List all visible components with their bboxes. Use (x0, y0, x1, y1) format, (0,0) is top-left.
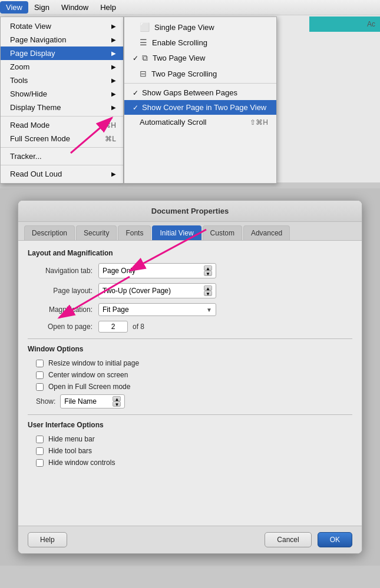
menu-item-display-theme[interactable]: Display Theme ▶ (1, 101, 123, 114)
dialog-action-buttons: Cancel OK (265, 532, 352, 547)
show-value: File Name (64, 397, 97, 406)
checkbox-center-label: Center window on screen (48, 371, 128, 379)
magnification-control[interactable]: Fit Page ▼ (98, 303, 216, 316)
checkbox-resize-label: Resize window to initial page (48, 359, 139, 367)
menu-view[interactable]: View (0, 1, 28, 14)
section-layout-title: Layout and Magnification (28, 249, 352, 257)
spinner-up[interactable]: ▲ (204, 265, 212, 271)
menu-item-tracker[interactable]: Tracker... (1, 150, 123, 163)
nav-tab-spinner[interactable]: ▲ ▼ (204, 265, 212, 276)
nav-tab-label: Navigation tab: (28, 267, 98, 275)
open-to-page-label: Open to page: (28, 323, 98, 331)
show-select[interactable]: File Name ▲ ▼ (60, 394, 125, 408)
submenu-enable-scrolling[interactable]: ☰ Enable Scrolling (124, 35, 276, 50)
checkbox-center-input[interactable] (36, 371, 44, 379)
menu-item-page-display[interactable]: Page Display ▶ (1, 46, 123, 60)
page-layout-spinner[interactable]: ▲ ▼ (204, 285, 212, 296)
cover-check-icon: ✓ (133, 104, 138, 112)
menu-separator-1 (1, 116, 123, 117)
section-divider-1 (28, 338, 352, 339)
tab-custom[interactable]: Custom (203, 225, 242, 240)
ok-button[interactable]: OK (318, 532, 352, 547)
dialog-spacer (28, 470, 352, 517)
tab-initial-view[interactable]: Initial View (152, 225, 201, 240)
checkbox-hide-toolbar: Hide tool bars (36, 447, 352, 455)
checkbox-fullscreen-label: Open in Full Screen mode (48, 383, 130, 391)
menu-separator-2 (1, 147, 123, 148)
menu-item-rotate-view[interactable]: Rotate View ▶ (1, 19, 123, 33)
submenu-show-cover[interactable]: ✓ Show Cover Page in Two Page View (124, 100, 276, 115)
menu-item-fullscreen[interactable]: Full Screen Mode ⌘L (1, 132, 123, 145)
open-to-page-row: Open to page: of 8 (28, 321, 352, 333)
nav-tab-value: Page Only (103, 267, 136, 275)
page-display-submenu: ⬜ Single Page View ☰ Enable Scrolling ✓ … (124, 16, 277, 184)
menu-item-zoom[interactable]: Zoom ▶ (1, 60, 123, 74)
check-icon: ✓ (133, 54, 138, 62)
document-properties-dialog: Document Properties Description Security… (18, 200, 362, 554)
dialog-title: Document Properties (18, 201, 362, 222)
tab-security[interactable]: Security (76, 225, 117, 240)
two-page-icon: ⧉ (142, 53, 148, 63)
nav-tab-control[interactable]: Page Only ▲ ▼ (98, 263, 216, 278)
menu-separator-3 (1, 165, 123, 165)
nav-tab-row: Navigation tab: Page Only ▲ ▼ (28, 263, 352, 278)
checkbox-hide-window-input[interactable] (36, 459, 44, 467)
dialog-footer: Help Cancel OK (18, 526, 362, 553)
submenu-two-page-view[interactable]: ✓ ⧉ Two Page View (124, 50, 276, 66)
submenu-show-gaps[interactable]: ✓ Show Gaps Between Pages (124, 85, 276, 100)
page-layout-control[interactable]: Two-Up (Cover Page) ▲ ▼ (98, 283, 216, 298)
checkbox-fullscreen-input[interactable] (36, 383, 44, 391)
spinner-down[interactable]: ▼ (204, 271, 212, 276)
ui-options-title: User Interface Options (28, 421, 352, 429)
single-page-icon: ⬜ (140, 22, 150, 32)
menu-item-tools[interactable]: Tools ▶ (1, 74, 123, 87)
checkbox-hide-menu: Hide menu bar (36, 435, 352, 443)
menu-bar: View Sign Window Help (0, 0, 380, 15)
menu-item-show-hide[interactable]: Show/Hide ▶ (1, 87, 123, 101)
show-spinner-down[interactable]: ▼ (113, 401, 121, 407)
menu-help[interactable]: Help (94, 1, 122, 14)
menu-item-page-navigation[interactable]: Page Navigation ▶ (1, 33, 123, 46)
checkbox-hide-menu-label: Hide menu bar (48, 435, 95, 443)
checkbox-resize: Resize window to initial page (36, 359, 352, 367)
tab-description[interactable]: Description (24, 225, 75, 240)
tab-advanced[interactable]: Advanced (243, 225, 290, 240)
dialog-tabs: Description Security Fonts Initial View … (18, 222, 362, 241)
window-options-title: Window Options (28, 345, 352, 353)
magnification-label: Magnification: (28, 305, 98, 314)
tab-fonts[interactable]: Fonts (118, 225, 151, 240)
magnification-arrow: ▼ (206, 307, 212, 313)
open-to-page-input[interactable] (98, 321, 128, 333)
page-layout-row: Page layout: Two-Up (Cover Page) ▲ ▼ (28, 283, 352, 298)
dropdown-container: Rotate View ▶ Page Navigation ▶ Page Dis… (0, 16, 277, 184)
checkbox-hide-toolbar-input[interactable] (36, 447, 44, 455)
checkbox-hide-window: Hide window controls (36, 459, 352, 467)
magnification-value: Fit Page (103, 305, 129, 314)
page-layout-label: Page layout: (28, 287, 98, 295)
checkbox-resize-input[interactable] (36, 360, 44, 367)
help-button[interactable]: Help (28, 532, 67, 547)
checkbox-hide-window-label: Hide window controls (48, 459, 115, 467)
menu-item-read-mode[interactable]: Read Mode ^⌘H (1, 118, 123, 132)
checkbox-hide-toolbar-label: Hide tool bars (48, 447, 92, 455)
checkbox-hide-menu-input[interactable] (36, 436, 44, 443)
show-label: Show: (36, 397, 55, 406)
cancel-button[interactable]: Cancel (265, 532, 311, 547)
submenu-sep (124, 83, 276, 84)
menu-sign[interactable]: Sign (28, 1, 55, 14)
submenu-auto-scroll[interactable]: Automatically Scroll ⇧⌘H (124, 115, 276, 129)
show-spinner-up[interactable]: ▲ (113, 396, 121, 401)
submenu-single-page[interactable]: ⬜ Single Page View (124, 19, 276, 35)
submenu-two-page-scrolling[interactable]: ⊟ Two Page Scrolling (124, 66, 276, 81)
show-spinner[interactable]: ▲ ▼ (113, 396, 121, 407)
dialog-backdrop: Document Properties Description Security… (0, 188, 380, 566)
magnification-row: Magnification: Fit Page ▼ (28, 303, 352, 316)
page-layout-value: Two-Up (Cover Page) (103, 287, 171, 295)
layout-spinner-down[interactable]: ▼ (204, 291, 212, 296)
view-menu: Rotate View ▶ Page Navigation ▶ Page Dis… (0, 16, 124, 184)
two-page-scroll-icon: ⊟ (140, 69, 147, 78)
menu-window[interactable]: Window (55, 1, 94, 14)
menu-item-read-aloud[interactable]: Read Out Loud ▶ (1, 167, 123, 181)
page-total: of 8 (133, 323, 144, 331)
layout-spinner-up[interactable]: ▲ (204, 285, 212, 291)
